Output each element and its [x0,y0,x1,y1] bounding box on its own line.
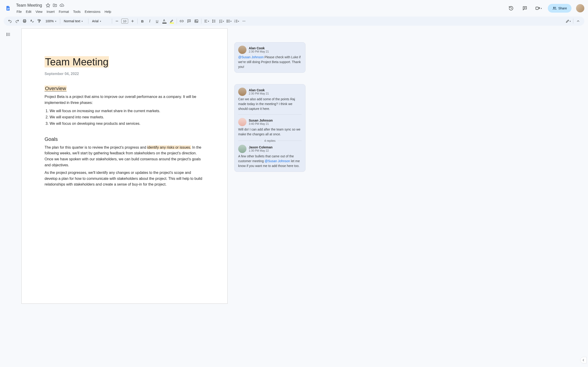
font-size-control: 10 [113,18,136,25]
menu-format[interactable]: Format [57,9,71,15]
collapse-toolbar-button[interactable] [575,18,582,25]
menu-view[interactable]: View [34,9,44,15]
italic-button[interactable]: I [146,18,153,25]
list-item: We will focus on developing new products… [50,120,204,127]
paragraph-style-select[interactable]: Normal text ▾ [61,18,87,25]
font-size-decrease[interactable] [113,18,120,25]
account-avatar[interactable] [576,4,584,12]
comment-body: Will do! I can add after the team sync s… [238,127,302,137]
comment-card[interactable]: Alan Cook 2:30 PM May 21 @Susan Johnson … [234,42,305,73]
comment-body: @Susan Johnson Please check with Luke if… [238,55,302,69]
docs-icon [6,6,11,11]
menubar: File Edit View Insert Format Tools Exten… [15,9,113,15]
zoom-select[interactable]: 100% ▾ [43,18,59,25]
menu-edit[interactable]: Edit [24,9,33,15]
list-item: We will focus on increasing our market s… [50,108,204,114]
goals-paragraph-1: The plan for this quarter is to review t… [44,144,204,168]
svg-rect-16 [195,20,198,23]
overview-heading: Overview [44,85,204,92]
checklist-button[interactable]: ▾ [218,18,225,25]
menu-tools[interactable]: Tools [71,9,82,15]
editing-mode-button[interactable]: ▾ [565,18,572,25]
chevron-down-icon: ▾ [100,20,101,23]
comment-thread[interactable]: Alan Cook 2:30 PM May 21 Can we also add… [234,84,305,172]
title-area: Team Meeting File Edit View Insert Forma… [15,2,113,15]
chevron-down-icon: ▾ [230,20,232,23]
comment-time: 2:30 PM May 21 [249,50,269,53]
side-panel-toggle[interactable] [580,357,587,363]
numbered-list-button[interactable]: 123▾ [233,18,240,25]
svg-point-42 [7,33,7,34]
chevron-down-icon: ▾ [570,20,571,23]
menu-help[interactable]: Help [103,9,113,15]
docs-logo[interactable] [4,4,13,13]
menu-extensions[interactable]: Extensions [83,9,102,15]
more-button[interactable] [241,18,247,25]
paint-format-button[interactable] [36,18,43,25]
cloud-saved-icon[interactable] [60,3,64,8]
comment-body: A few other bullets that came out of the… [238,154,302,168]
mention[interactable]: @Susan Johnson [265,159,290,163]
share-button[interactable]: Share [548,4,571,13]
move-folder-icon[interactable] [52,3,57,8]
highlight-color-button[interactable] [168,18,175,25]
svg-point-44 [7,35,7,36]
list-item: We will expand into new markets. [50,114,204,120]
star-icon[interactable] [46,3,50,8]
menu-file[interactable]: File [15,9,24,15]
font-size-increase[interactable] [129,18,136,25]
print-button[interactable] [21,18,28,25]
redo-button[interactable] [14,18,21,25]
insert-link-button[interactable] [178,18,185,25]
topbar: Team Meeting File Edit View Insert Forma… [0,0,588,15]
font-select[interactable]: Arial ▾ [90,18,111,25]
bulleted-list-button[interactable]: ▾ [225,18,233,25]
replies-count[interactable]: 4 replies [264,139,275,142]
line-spacing-button[interactable] [210,18,217,25]
topbar-right: ▾ Share [506,4,584,13]
style-value: Normal text [64,19,80,23]
comment-time: 1:30 PM May 22 [249,149,272,152]
comments-icon[interactable] [520,4,529,13]
mention[interactable]: @Susan Johnson [238,55,264,59]
chevron-down-icon: ▾ [208,20,209,23]
doc-date: September 04, 2022 [44,72,204,76]
svg-point-27 [227,20,227,20]
chevron-down-icon: ▾ [238,20,239,23]
svg-point-29 [227,22,227,22]
share-label: Share [558,6,567,10]
svg-point-6 [553,7,554,8]
history-icon[interactable] [506,4,516,13]
avatar [238,118,246,126]
svg-rect-2 [7,9,9,10]
insert-image-button[interactable] [193,18,200,25]
avatar [238,88,246,96]
highlighted-text: identify any risks or issues. [147,145,191,149]
bold-button[interactable]: B [139,18,146,25]
menu-insert[interactable]: Insert [45,9,57,15]
goals-paragraph-2: As the project progresses, we'll identif… [44,170,204,187]
svg-point-41 [245,21,245,21]
document-page[interactable]: Team Meeting September 04, 2022 Overview… [21,28,228,304]
insert-comment-button[interactable] [186,18,192,25]
people-icon [552,6,556,10]
document-title[interactable]: Team Meeting [15,2,43,8]
meet-button[interactable]: ▾ [534,4,543,13]
chevron-down-icon: ▾ [541,7,542,10]
outline-toggle[interactable] [4,30,13,39]
zoom-value: 100% [45,19,54,23]
text-color-button[interactable]: A [161,18,168,25]
comment-body: Can we also add some of the points Raj m… [238,97,302,111]
goals-heading: Goals [44,136,204,142]
svg-point-39 [242,21,243,21]
svg-rect-5 [536,7,538,10]
spellcheck-button[interactable] [28,18,35,25]
svg-point-28 [227,21,227,21]
undo-button[interactable] [6,18,13,25]
avatar [238,46,246,54]
font-size-input[interactable]: 10 [121,19,128,24]
align-button[interactable]: ▾ [203,18,210,25]
underline-button[interactable]: U [154,18,161,25]
comment-time: 3:40 PM May 21 [249,122,273,125]
svg-point-40 [244,21,244,21]
